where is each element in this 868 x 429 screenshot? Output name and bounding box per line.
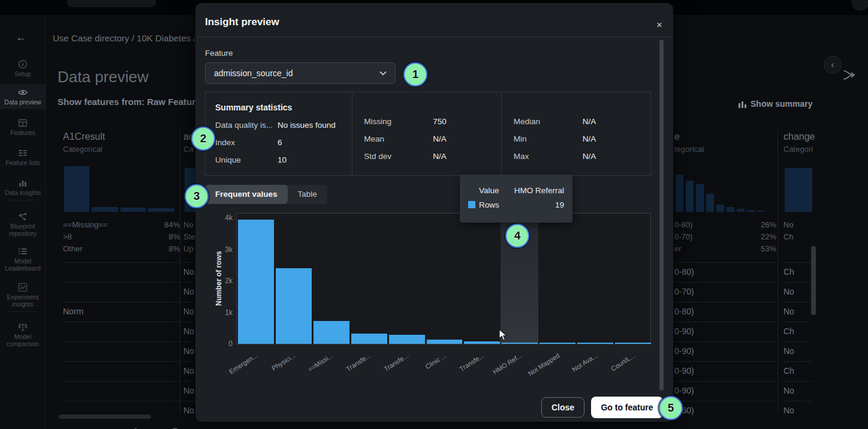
stat-missing: Missing750 bbox=[364, 113, 492, 130]
bar-transfe-[interactable] bbox=[389, 335, 425, 344]
table-column-change: changeCategoriNoChChNoNoChNoChNoNo bbox=[783, 130, 811, 412]
show-summary-button[interactable]: Show summary bbox=[739, 99, 812, 109]
column-type: Ca bbox=[183, 145, 194, 154]
table-icon bbox=[18, 118, 28, 128]
sidebar-item-data-insights[interactable]: Data insights bbox=[0, 175, 46, 200]
rows-count-label: 1,428 rows out of 10,000 bbox=[63, 427, 167, 429]
sidebar-item-feature-lists[interactable]: Feature lists bbox=[0, 145, 46, 170]
column-divider bbox=[180, 130, 180, 412]
sidebar-item-features[interactable]: Features bbox=[0, 115, 46, 140]
frequent-values-chart[interactable] bbox=[236, 213, 651, 344]
close-button[interactable]: Close bbox=[541, 397, 584, 418]
bar-clinic-[interactable] bbox=[427, 340, 463, 344]
scale-icon bbox=[18, 322, 28, 332]
sidebar-item-label: Setup bbox=[0, 70, 46, 81]
feature-label: Feature bbox=[205, 49, 233, 58]
bar-not-mapped[interactable] bbox=[540, 343, 575, 344]
tooltip-value: HMO Referral bbox=[514, 186, 564, 195]
sidebar-divider bbox=[8, 311, 37, 312]
table-cell: 0-90) bbox=[674, 322, 776, 341]
x-label-not-mapped: Not Mapped bbox=[520, 352, 560, 381]
table-cell: Ch bbox=[783, 361, 811, 381]
annotation-marker-1: 1 bbox=[403, 62, 427, 86]
y-tick-4k: 4k bbox=[212, 214, 233, 222]
features-from-label[interactable]: Show features from: Raw Feature bbox=[58, 97, 195, 107]
table-cell: No bbox=[783, 381, 811, 401]
stat-mean: MeanN/A bbox=[364, 130, 492, 148]
table-cell: 0-80) bbox=[674, 302, 776, 322]
sidebar-divider bbox=[8, 200, 37, 200]
breadcrumb[interactable]: Use Case directory / 10K Diabetes / bbox=[53, 33, 194, 43]
annotation-marker-3: 3 bbox=[185, 184, 209, 208]
frequent-values-list: NoCh bbox=[783, 219, 811, 243]
experiment-icon bbox=[18, 283, 28, 292]
go-to-feature-button[interactable]: Go to feature bbox=[591, 397, 663, 418]
y-tick-1k: 1k bbox=[212, 308, 233, 317]
sidebar-item-model-comparison[interactable]: Model comparison bbox=[0, 319, 46, 351]
table-cell: No bbox=[783, 341, 811, 361]
sidebar-item-label: Data insights bbox=[0, 189, 46, 200]
column-cells: Norm bbox=[63, 262, 180, 421]
table-cell bbox=[63, 381, 180, 401]
frequent-value-row: Other8% bbox=[63, 243, 180, 255]
summary-statistics-panel: Summary statistics Data quality is...No … bbox=[205, 92, 651, 176]
close-icon[interactable]: × bbox=[652, 18, 667, 32]
back-arrow-icon[interactable]: ← bbox=[16, 31, 26, 44]
collapse-panel-button[interactable]: ‹ bbox=[824, 56, 842, 74]
eye-icon bbox=[18, 88, 28, 97]
tooltip-rows-label: Rows bbox=[479, 200, 499, 209]
x-label-transfe-: Transfe... bbox=[445, 352, 486, 381]
chart-tooltip: Value HMO Referral Rows 19 bbox=[460, 175, 572, 223]
column-mini-histogram bbox=[785, 165, 812, 212]
y-tick-2k: 2k bbox=[212, 277, 233, 285]
bar-emergen-[interactable] bbox=[238, 220, 274, 344]
stat-value: N/A bbox=[433, 148, 447, 165]
bar--missi-[interactable] bbox=[314, 321, 349, 344]
stat-value: No issues found bbox=[278, 116, 336, 134]
annotation-marker-4: 4 bbox=[505, 224, 529, 248]
sidebar-item-label: Model comparison bbox=[0, 333, 46, 351]
stat-value: N/A bbox=[433, 130, 447, 148]
column-header[interactable]: change bbox=[783, 131, 815, 142]
y-tick-3k: 3k bbox=[212, 245, 233, 254]
sidebar-item-data-preview[interactable]: Data preview bbox=[0, 84, 46, 109]
sidebar-item-setup[interactable]: Setup bbox=[0, 56, 46, 81]
bar-physici-[interactable] bbox=[276, 268, 312, 344]
bar-court-l-[interactable] bbox=[615, 343, 651, 344]
bar-hmo-ref-[interactable] bbox=[502, 343, 538, 344]
bar-transfe-[interactable] bbox=[351, 334, 387, 344]
bar-transfe-[interactable] bbox=[464, 341, 500, 344]
tooltip-rows-value: 19 bbox=[555, 200, 564, 209]
merge-branches-icon[interactable] bbox=[842, 68, 857, 82]
column-header[interactable]: e bbox=[674, 131, 680, 142]
modal-scrollbar[interactable] bbox=[659, 40, 664, 391]
sidebar-item-model-leaderboard[interactable]: Model Leaderboard bbox=[0, 243, 46, 275]
tab-frequent-values[interactable]: Frequent values bbox=[205, 185, 288, 204]
bar-not-ava-[interactable] bbox=[577, 343, 613, 344]
stat-label: Index bbox=[215, 134, 278, 151]
column-mini-histogram bbox=[64, 165, 174, 212]
top-tab-remnant bbox=[67, 0, 156, 7]
table-cell: 0-80) bbox=[674, 262, 776, 282]
stat-index: Index6 bbox=[215, 134, 346, 151]
table-cell: 0-90) bbox=[674, 341, 776, 361]
sidebar-item-blueprint-repository[interactable]: Blueprint repository bbox=[0, 208, 46, 241]
column-cells: 0-80)0-70)0-80)0-90)0-90)0-90)0-90)0-60) bbox=[674, 262, 776, 421]
view-tabs: Frequent values Table bbox=[205, 185, 327, 204]
feature-select[interactable]: admission_source_id bbox=[205, 62, 396, 84]
stat-value: N/A bbox=[583, 130, 596, 148]
tab-table[interactable]: Table bbox=[288, 185, 327, 204]
frequent-value-row: >88% bbox=[63, 231, 180, 243]
vertical-scrollbar[interactable] bbox=[811, 246, 816, 315]
column-type: Categorical bbox=[63, 145, 103, 154]
column-header[interactable]: A1Cresult bbox=[63, 131, 105, 142]
column-divider bbox=[777, 130, 778, 412]
mouse-cursor bbox=[499, 329, 508, 341]
feature-select-value: admission_source_id bbox=[214, 68, 293, 78]
horizontal-scrollbar[interactable] bbox=[59, 415, 151, 419]
frequent-value-row: ==Missing==84% bbox=[63, 219, 180, 231]
frequent-value-row: 0-80)26% bbox=[674, 219, 776, 231]
stat-label: Max bbox=[514, 148, 583, 165]
info-icon bbox=[18, 59, 28, 69]
sidebar-item-experiment-insights[interactable]: Experiment insights bbox=[0, 279, 46, 311]
